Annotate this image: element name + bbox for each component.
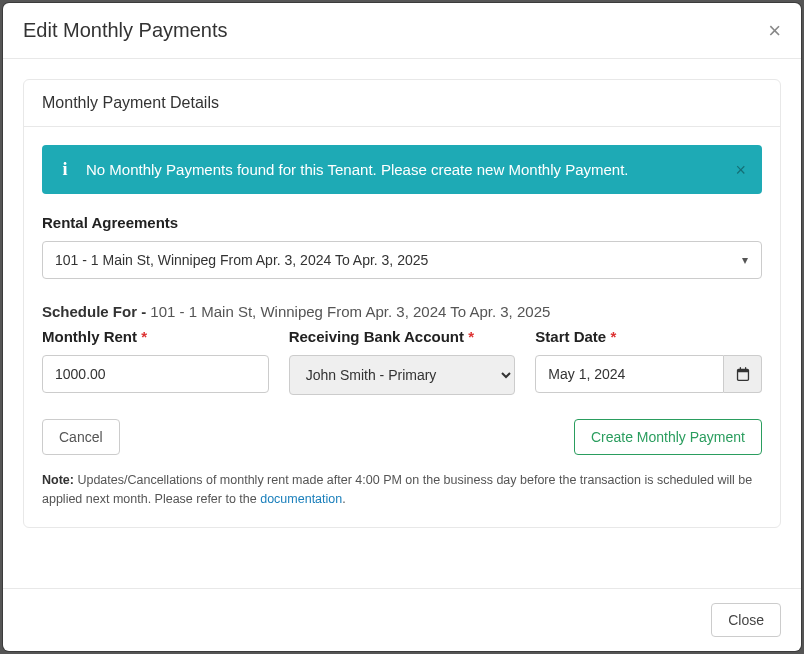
modal-title: Edit Monthly Payments <box>23 19 228 42</box>
note-label: Note: <box>42 473 74 487</box>
panel-title: Monthly Payment Details <box>24 80 780 127</box>
required-asterisk: * <box>141 328 147 345</box>
start-date-group <box>535 355 762 393</box>
schedule-for-label: Schedule For - <box>42 303 150 320</box>
modal-footer: Close <box>3 588 801 651</box>
action-button-row: Cancel Create Monthly Payment <box>42 419 762 455</box>
edit-monthly-payments-modal: Edit Monthly Payments × Monthly Payment … <box>3 3 801 651</box>
monthly-rent-label: Monthly Rent * <box>42 328 269 345</box>
close-icon[interactable]: × <box>768 20 781 42</box>
alert-dismiss-icon[interactable]: × <box>735 161 746 179</box>
panel-body: i No Monthly Payments found for this Ten… <box>24 127 780 527</box>
close-button[interactable]: Close <box>711 603 781 637</box>
note-body-before: Updates/Cancellations of monthly rent ma… <box>42 473 752 506</box>
required-asterisk: * <box>468 328 474 345</box>
documentation-link[interactable]: documentation <box>260 492 342 506</box>
rental-agreements-select-wrap: 101 - 1 Main St, Winnipeg From Apr. 3, 2… <box>42 241 762 279</box>
rental-agreements-select[interactable]: 101 - 1 Main St, Winnipeg From Apr. 3, 2… <box>42 241 762 279</box>
calendar-button[interactable] <box>724 355 762 393</box>
start-date-field: Start Date * <box>535 328 762 395</box>
modal-body: Monthly Payment Details i No Monthly Pay… <box>3 59 801 588</box>
info-alert: i No Monthly Payments found for this Ten… <box>42 145 762 194</box>
start-date-label: Start Date * <box>535 328 762 345</box>
required-asterisk: * <box>610 328 616 345</box>
receiving-account-field: Receiving Bank Account * John Smith - Pr… <box>289 328 516 395</box>
cancel-button[interactable]: Cancel <box>42 419 120 455</box>
receiving-account-label: Receiving Bank Account * <box>289 328 516 345</box>
modal-header: Edit Monthly Payments × <box>3 3 801 59</box>
calendar-icon <box>736 367 750 381</box>
rental-agreements-label: Rental Agreements <box>42 214 762 231</box>
receiving-account-label-text: Receiving Bank Account <box>289 328 464 345</box>
note-body-after: . <box>342 492 345 506</box>
receiving-account-select[interactable]: John Smith - Primary <box>289 355 516 395</box>
monthly-rent-label-text: Monthly Rent <box>42 328 137 345</box>
payment-details-panel: Monthly Payment Details i No Monthly Pay… <box>23 79 781 528</box>
form-row: Monthly Rent * Receiving Bank Account * … <box>42 328 762 395</box>
schedule-for-value: 101 - 1 Main St, Winnipeg From Apr. 3, 2… <box>150 303 550 320</box>
note-text: Note: Updates/Cancellations of monthly r… <box>42 471 762 509</box>
monthly-rent-field: Monthly Rent * <box>42 328 269 395</box>
start-date-input[interactable] <box>535 355 724 393</box>
monthly-rent-input[interactable] <box>42 355 269 393</box>
create-monthly-payment-button[interactable]: Create Monthly Payment <box>574 419 762 455</box>
info-icon: i <box>58 159 72 180</box>
schedule-for-row: Schedule For - 101 - 1 Main St, Winnipeg… <box>42 303 762 320</box>
start-date-label-text: Start Date <box>535 328 606 345</box>
alert-message: No Monthly Payments found for this Tenan… <box>86 161 721 178</box>
